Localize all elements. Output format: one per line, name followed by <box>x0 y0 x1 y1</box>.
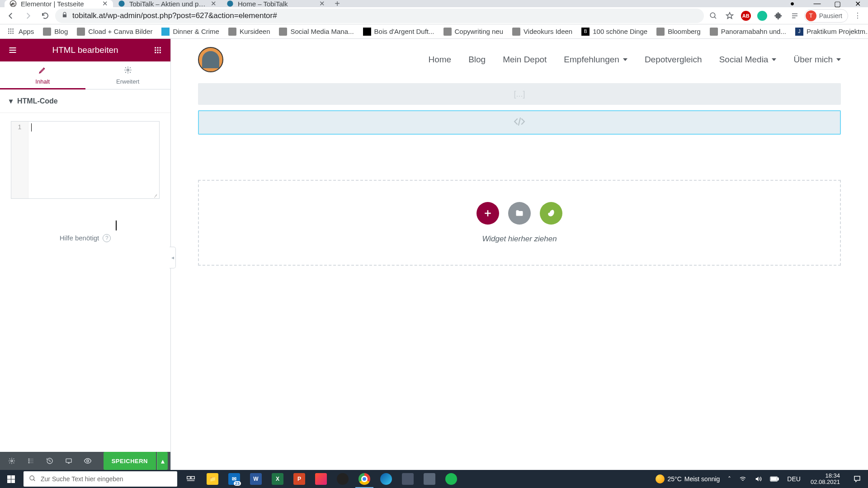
bookmark-item[interactable]: Blog <box>39 26 71 38</box>
nav-depot[interactable]: Mein Depot <box>503 55 547 65</box>
bookmark-item[interactable]: Panoramabahn und... <box>706 26 790 38</box>
nav-depotvergleich[interactable]: Depotvergleich <box>645 55 702 65</box>
browser-tab-1[interactable]: TobiTalk – Aktien und persönliche ✕ <box>113 0 222 7</box>
app-button[interactable] <box>310 470 332 488</box>
app-button-2[interactable] <box>397 470 419 488</box>
html-widget-selected[interactable] <box>198 110 841 135</box>
bookmark-item[interactable]: Copywriting neu <box>440 26 507 38</box>
tab-title: TobiTalk – Aktien und persönliche <box>129 0 206 8</box>
star-icon[interactable] <box>723 9 736 23</box>
preview-icon[interactable] <box>79 452 97 470</box>
powerpoint-button[interactable]: P <box>288 470 310 488</box>
notifications-icon[interactable] <box>848 470 866 488</box>
add-section-button[interactable] <box>476 202 499 225</box>
bookmark-item[interactable]: Videokurs Ideen <box>509 26 576 38</box>
history-icon[interactable] <box>41 452 59 470</box>
widgets-grid-icon[interactable] <box>151 44 164 56</box>
close-button[interactable]: ✕ <box>848 0 868 7</box>
zoom-icon[interactable] <box>707 9 720 23</box>
bookmark-item[interactable]: Kursideen <box>225 26 274 38</box>
drop-zone[interactable]: Widget hierher ziehen <box>198 180 841 266</box>
svg-point-4 <box>710 13 715 18</box>
account-dot-icon[interactable]: ● <box>782 0 802 7</box>
save-options-button[interactable]: ▴ <box>157 452 168 470</box>
shortcode-widget[interactable]: [...] <box>198 83 841 105</box>
section-html-code[interactable]: ▾ HTML-Code <box>0 89 170 113</box>
bookmark-item[interactable]: Cload + Canva Bilder <box>73 26 156 38</box>
excel-button[interactable]: X <box>267 470 288 488</box>
reading-list-icon[interactable] <box>788 9 802 23</box>
nav-about[interactable]: Über mich <box>793 55 841 65</box>
back-button[interactable] <box>4 9 18 23</box>
extensions-icon[interactable] <box>772 9 785 23</box>
code-textarea[interactable] <box>28 122 159 198</box>
chrome-menu-icon[interactable]: ⋮ <box>851 9 864 23</box>
site-logo[interactable] <box>198 47 223 72</box>
save-button[interactable]: SPEICHERN <box>104 452 156 470</box>
obs-button[interactable] <box>332 470 354 488</box>
reload-button[interactable] <box>38 9 52 23</box>
forward-button[interactable] <box>21 9 35 23</box>
tab-content[interactable]: Inhalt <box>0 61 85 89</box>
wifi-icon[interactable] <box>737 475 748 483</box>
tray-chevron-icon[interactable]: ˄ <box>726 475 733 483</box>
svg-point-9 <box>10 30 12 32</box>
battery-icon[interactable] <box>768 476 781 482</box>
volume-icon[interactable] <box>753 475 764 483</box>
tab-advanced[interactable]: Erweitert <box>85 61 171 89</box>
language-indicator[interactable]: DEU <box>785 475 802 483</box>
nav-blog[interactable]: Blog <box>468 55 486 65</box>
close-icon[interactable]: ✕ <box>318 0 326 7</box>
apps-button[interactable]: Apps <box>4 26 38 38</box>
bookmark-item[interactable]: JPraktikum Projektm... <box>792 26 868 38</box>
svg-rect-25 <box>66 459 71 462</box>
start-button[interactable] <box>0 470 22 488</box>
mail-button[interactable]: ✉23 <box>223 470 245 488</box>
minimize-button[interactable]: — <box>807 0 827 7</box>
extension-grammarly-icon[interactable] <box>755 9 769 23</box>
spotify-button[interactable] <box>440 470 462 488</box>
profile-chip[interactable]: T Pausiert <box>804 9 848 23</box>
new-tab-button[interactable]: + <box>330 0 344 9</box>
svg-point-10 <box>12 30 14 32</box>
envato-button[interactable] <box>540 202 562 225</box>
resize-handle[interactable] <box>153 192 157 197</box>
bookmark-item[interactable]: Bois d'Argent Duft... <box>359 26 438 38</box>
settings-icon[interactable] <box>3 452 21 470</box>
app-button-3[interactable] <box>419 470 440 488</box>
weather-widget[interactable]: 25°C Meist sonnig <box>654 474 722 483</box>
chrome-button[interactable] <box>354 470 375 488</box>
maximize-button[interactable]: ▢ <box>827 0 848 7</box>
svg-rect-28 <box>187 477 190 479</box>
hamburger-icon[interactable] <box>6 44 19 56</box>
file-explorer-button[interactable]: 📁 <box>202 470 223 488</box>
responsive-icon[interactable] <box>60 452 78 470</box>
nav-social[interactable]: Social Media <box>719 55 777 65</box>
svg-rect-14 <box>155 47 156 48</box>
browser-tab-2[interactable]: Home – TobiTalk ✕ <box>222 0 330 7</box>
close-icon[interactable]: ✕ <box>210 0 217 7</box>
extension-adblock-icon[interactable]: AB <box>739 9 753 23</box>
task-view-button[interactable] <box>180 470 202 488</box>
system-tray: 25°C Meist sonnig ˄ DEU 18:34 02.08.2021 <box>654 470 868 488</box>
close-icon[interactable]: ✕ <box>101 0 108 7</box>
template-library-button[interactable] <box>508 202 531 225</box>
nav-home[interactable]: Home <box>428 55 451 65</box>
wordpress-icon <box>226 0 234 8</box>
bookmark-item[interactable]: B100 schöne Dinge <box>578 26 651 38</box>
nav-empfehlungen[interactable]: Empfehlungen <box>564 55 627 65</box>
browser-tab-0[interactable]: Elementor | Testseite ✕ <box>5 0 113 7</box>
address-bar[interactable]: tobitalk.at/wp-admin/post.php?post=627&a… <box>55 9 704 23</box>
clock[interactable]: 18:34 02.08.2021 <box>807 473 844 486</box>
svg-rect-32 <box>771 478 777 481</box>
bookmark-item[interactable]: Dinner & Crime <box>158 26 223 38</box>
bookmark-item[interactable]: Social Media Mana... <box>275 26 357 38</box>
edge-button[interactable] <box>375 470 397 488</box>
navigator-icon[interactable] <box>22 452 40 470</box>
code-editor[interactable]: 1 <box>11 121 160 199</box>
collapse-panel-button[interactable]: ◂ <box>170 247 176 268</box>
help-link[interactable]: Hilfe benötigt ? <box>0 207 170 452</box>
word-button[interactable]: W <box>245 470 267 488</box>
taskbar-search[interactable]: Zur Suche Text hier eingeben <box>24 471 177 487</box>
bookmark-item[interactable]: Bloomberg <box>653 26 704 38</box>
